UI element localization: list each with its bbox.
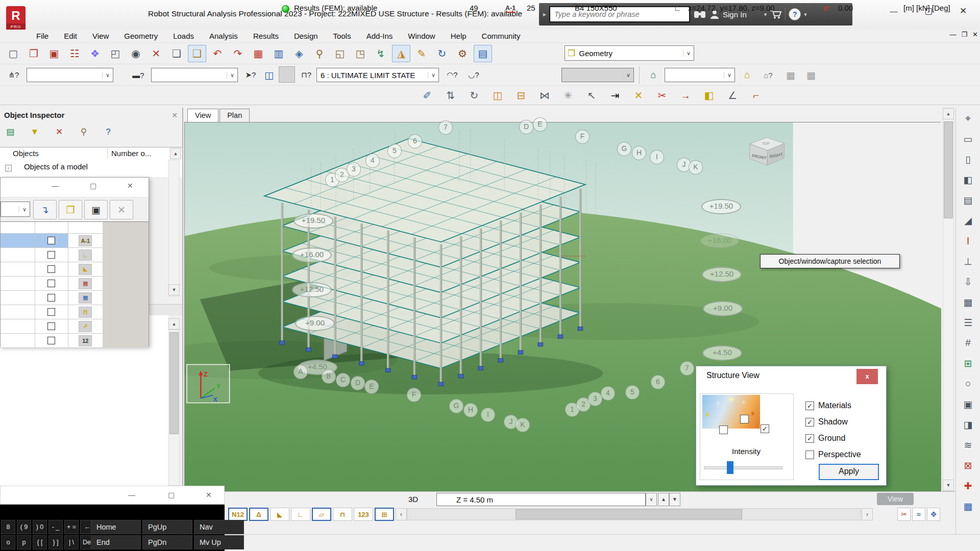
frame-item[interactable]: ▦ — [1, 277, 103, 291]
keyboard-key[interactable]: Home — [91, 520, 141, 534]
tree-expander-icon[interactable]: - — [5, 165, 12, 171]
cladding-icon[interactable]: ▱ — [312, 508, 331, 521]
fillet-icon[interactable]: ⌐ — [745, 87, 767, 104]
save-icon[interactable]: ▣ — [84, 200, 108, 219]
structure-view-icon[interactable]: ⌂ — [644, 66, 663, 84]
open-project-icon[interactable]: ❐ — [24, 45, 43, 62]
slab-element-icon[interactable]: ◧ — [958, 170, 978, 189]
axial-symmetry-icon[interactable]: ⋈ — [534, 87, 555, 104]
angle-item[interactable]: ∟ — [1, 248, 103, 262]
wall-element-icon[interactable]: ▤ — [958, 191, 978, 209]
keyboard-key[interactable]: p — [17, 535, 31, 549]
measure-angle-icon[interactable]: ∠ — [722, 87, 743, 104]
print-icon[interactable]: ☷ — [65, 45, 84, 62]
scrollbar-thumb[interactable] — [944, 121, 953, 218]
rotate-icon[interactable]: ↻ — [463, 87, 485, 104]
mesh-icon[interactable]: ▦ — [958, 293, 978, 311]
row-checkbox[interactable] — [47, 322, 55, 330]
scroll-down-icon[interactable]: ▼ — [943, 480, 954, 491]
row-checkbox[interactable] — [47, 294, 55, 302]
mdi-control-button[interactable]: ❐ — [961, 31, 967, 38]
keyboard-titlebar[interactable]: — ▢ ✕ — [0, 486, 225, 505]
column-element-icon[interactable]: ▯ — [958, 150, 978, 168]
polygon-icon[interactable]: ○ — [958, 374, 978, 393]
menu-item[interactable]: Loads — [165, 32, 202, 40]
print-preview-icon[interactable]: ❖ — [86, 45, 104, 62]
waves-icon[interactable]: ≋ — [958, 436, 978, 454]
chevron-down-icon[interactable]: ∨ — [428, 72, 438, 79]
minimize-icon[interactable]: — — [128, 491, 135, 499]
dialog-close-button[interactable]: x — [856, 369, 878, 384]
menu-item[interactable]: Design — [286, 32, 326, 40]
option-checkbox[interactable]: ✓ — [805, 418, 814, 427]
window-titlebar[interactable]: — ▢ ✕ — [1, 178, 149, 197]
table-grid-icon[interactable]: ▦ — [958, 497, 978, 515]
filter-remove-icon[interactable]: ✕ — [51, 124, 67, 139]
level-down-icon[interactable]: ▼ — [669, 493, 680, 506]
section-definition-icon[interactable]: ◮ — [392, 45, 410, 62]
diagonal-item[interactable]: ⇗ — [1, 319, 103, 334]
selection-mode-button[interactable] — [279, 66, 295, 83]
keyboard-key[interactable]: ) 0 — [33, 520, 47, 534]
viewport-tab[interactable]: Plan — [219, 109, 250, 122]
steel-section-icon[interactable]: Ⅰ — [958, 232, 978, 250]
minimize-icon[interactable]: — — [52, 182, 59, 190]
deck-help-icon[interactable]: ◡? — [463, 66, 484, 84]
load-icon[interactable]: ⇩ — [958, 272, 978, 291]
bar-filter-combo[interactable]: ∨ — [151, 68, 238, 82]
intensity-slider[interactable] — [704, 466, 782, 469]
box-x-icon[interactable]: ⊠ — [958, 456, 978, 474]
column-header-number[interactable]: Number o... — [111, 149, 151, 158]
menu-item[interactable]: Tools — [326, 32, 359, 40]
cross-icon[interactable]: ✚ — [958, 477, 978, 495]
node-select-help-icon[interactable]: ⋔? — [4, 66, 23, 84]
filter-icon[interactable]: ▼ — [27, 124, 43, 139]
table-view-icon[interactable]: ▦ — [781, 66, 800, 84]
mdi-control-button[interactable]: — — [949, 31, 956, 38]
half-slab-icon[interactable]: ◨ — [958, 415, 978, 434]
grid-icon[interactable]: # — [958, 334, 978, 352]
trim-icon[interactable]: ✂ — [651, 87, 673, 104]
undo-icon[interactable]: ↶ — [208, 45, 227, 62]
display-filter-icon[interactable]: ▤ — [2, 124, 18, 139]
keyboard-key[interactable]: 8 — [1, 520, 15, 534]
new-project-icon[interactable]: ▢ — [4, 45, 22, 62]
level-up-icon[interactable]: ▲ — [658, 493, 669, 506]
keyboard-key[interactable]: Mv Up — [194, 535, 244, 549]
plate-item[interactable]: ◣ — [1, 262, 103, 277]
scroll-up-icon[interactable]: ▲ — [943, 108, 954, 119]
column-header-objects[interactable]: Objects — [13, 149, 39, 158]
menu-item[interactable]: Help — [443, 32, 474, 40]
chevron-down-icon[interactable]: ∨ — [102, 72, 113, 79]
panel-lower-scrollbar[interactable] — [168, 330, 180, 486]
scroll-down-icon[interactable]: ▼ — [168, 284, 180, 295]
slab-n12-icon[interactable]: N12 — [228, 508, 248, 521]
row-checkbox[interactable] — [47, 308, 55, 316]
help-caret-icon[interactable]: ▾ — [804, 11, 807, 18]
menu-item[interactable]: Window — [400, 32, 443, 40]
paste-icon[interactable]: ❑ — [188, 45, 206, 62]
close-icon[interactable]: ✕ — [206, 491, 212, 499]
keyboard-key[interactable]: } ] — [48, 535, 63, 549]
z-combo-chevron-icon[interactable]: ∨ — [646, 493, 657, 506]
search-icon[interactable]: ⚲ — [76, 124, 92, 139]
zoom-window-icon[interactable]: ◱ — [331, 45, 349, 62]
bridge-help-icon[interactable]: ◠? — [442, 66, 462, 84]
bar-select-help-icon[interactable]: ▬? — [129, 66, 148, 84]
sun-position-checkbox[interactable] — [719, 425, 728, 434]
mode-combo[interactable]: ∨ — [561, 68, 634, 82]
sun-position-checkbox[interactable] — [740, 415, 749, 423]
import-icon[interactable]: ↴ — [33, 200, 57, 219]
restore-icon[interactable]: ▢ — [90, 182, 96, 190]
panel-close-icon[interactable]: ✕ — [169, 110, 180, 120]
zoom-icon[interactable]: ⚲ — [310, 45, 329, 62]
window-select-icon[interactable]: ◫ — [260, 66, 278, 84]
numbering-icon[interactable]: 123 — [354, 508, 373, 521]
mirror-horizontal-icon[interactable]: ◫ — [487, 87, 508, 104]
menu-item[interactable]: Analysis — [202, 32, 246, 40]
building-help-icon[interactable]: ⌂? — [757, 66, 779, 84]
divide-icon[interactable]: ⇥ — [604, 87, 626, 104]
delete-icon[interactable]: ✕ — [110, 200, 133, 219]
layout-combo[interactable]: ❒ Geometry ∨ — [565, 45, 694, 61]
chevron-down-icon[interactable]: ∨ — [683, 50, 694, 57]
